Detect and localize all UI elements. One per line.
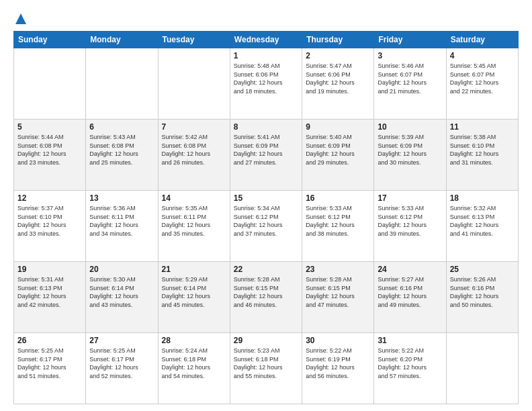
week-row-0: 1Sunrise: 5:48 AMSunset: 6:06 PMDaylight… (14, 48, 519, 120)
day-info: Sunrise: 5:27 AMSunset: 6:16 PMDaylight:… (378, 275, 442, 309)
day-number: 14 (162, 193, 226, 203)
day-cell: 30Sunrise: 5:22 AMSunset: 6:19 PMDayligh… (302, 333, 374, 404)
day-number: 15 (234, 193, 298, 203)
day-number: 21 (162, 265, 226, 274)
day-cell (14, 48, 86, 120)
day-info: Sunrise: 5:48 AMSunset: 6:06 PMDaylight:… (234, 62, 298, 95)
day-info: Sunrise: 5:45 AMSunset: 6:07 PMDaylight:… (450, 62, 515, 95)
day-number: 5 (17, 122, 82, 132)
day-number: 23 (306, 265, 370, 274)
header-saturday: Saturday (446, 32, 518, 48)
day-info: Sunrise: 5:40 AMSunset: 6:09 PMDaylight:… (306, 133, 370, 167)
header-wednesday: Wednesday (230, 32, 302, 48)
day-cell: 19Sunrise: 5:31 AMSunset: 6:13 PMDayligh… (14, 262, 86, 333)
week-row-2: 12Sunrise: 5:37 AMSunset: 6:10 PMDayligh… (14, 191, 519, 262)
day-number: 7 (162, 122, 226, 132)
header-friday: Friday (374, 32, 446, 48)
day-info: Sunrise: 5:42 AMSunset: 6:08 PMDaylight:… (162, 133, 226, 167)
day-cell: 11Sunrise: 5:38 AMSunset: 6:10 PMDayligh… (446, 120, 518, 191)
day-number: 10 (378, 122, 442, 132)
day-number: 31 (378, 336, 442, 345)
day-info: Sunrise: 5:36 AMSunset: 6:11 PMDaylight:… (89, 204, 154, 238)
day-cell: 9Sunrise: 5:40 AMSunset: 6:09 PMDaylight… (302, 120, 374, 191)
day-info: Sunrise: 5:47 AMSunset: 6:06 PMDaylight:… (306, 62, 370, 95)
day-cell: 24Sunrise: 5:27 AMSunset: 6:16 PMDayligh… (374, 262, 446, 333)
day-cell: 26Sunrise: 5:25 AMSunset: 6:17 PMDayligh… (14, 333, 86, 404)
day-info: Sunrise: 5:28 AMSunset: 6:15 PMDaylight:… (306, 275, 370, 309)
header-monday: Monday (86, 32, 158, 48)
day-info: Sunrise: 5:33 AMSunset: 6:12 PMDaylight:… (378, 204, 442, 238)
day-number: 4 (450, 51, 515, 60)
day-cell: 4Sunrise: 5:45 AMSunset: 6:07 PMDaylight… (446, 48, 518, 120)
day-cell: 17Sunrise: 5:33 AMSunset: 6:12 PMDayligh… (374, 191, 446, 262)
day-cell: 1Sunrise: 5:48 AMSunset: 6:06 PMDaylight… (230, 48, 302, 120)
day-cell: 29Sunrise: 5:23 AMSunset: 6:18 PMDayligh… (230, 333, 302, 404)
day-cell: 21Sunrise: 5:29 AMSunset: 6:14 PMDayligh… (158, 262, 230, 333)
day-cell: 12Sunrise: 5:37 AMSunset: 6:10 PMDayligh… (14, 191, 86, 262)
day-info: Sunrise: 5:25 AMSunset: 6:17 PMDaylight:… (89, 347, 154, 380)
calendar-header-row: SundayMondayTuesdayWednesdayThursdayFrid… (14, 32, 519, 48)
day-number: 20 (89, 265, 154, 274)
calendar: SundayMondayTuesdayWednesdayThursdayFrid… (13, 31, 519, 404)
day-number: 13 (89, 193, 154, 203)
day-number: 27 (89, 336, 154, 345)
day-info: Sunrise: 5:32 AMSunset: 6:13 PMDaylight:… (450, 204, 515, 238)
day-number: 26 (17, 336, 82, 345)
day-number: 22 (234, 265, 298, 274)
day-number: 3 (378, 51, 442, 60)
day-cell: 23Sunrise: 5:28 AMSunset: 6:15 PMDayligh… (302, 262, 374, 333)
header-sunday: Sunday (14, 32, 86, 48)
day-info: Sunrise: 5:23 AMSunset: 6:18 PMDaylight:… (234, 347, 298, 380)
day-info: Sunrise: 5:44 AMSunset: 6:08 PMDaylight:… (17, 133, 82, 167)
day-cell: 13Sunrise: 5:36 AMSunset: 6:11 PMDayligh… (86, 191, 158, 262)
day-number: 11 (450, 122, 515, 132)
day-number: 1 (234, 51, 298, 60)
day-info: Sunrise: 5:30 AMSunset: 6:14 PMDaylight:… (89, 275, 154, 309)
day-cell: 27Sunrise: 5:25 AMSunset: 6:17 PMDayligh… (86, 333, 158, 404)
header-tuesday: Tuesday (158, 32, 230, 48)
day-cell: 14Sunrise: 5:35 AMSunset: 6:11 PMDayligh… (158, 191, 230, 262)
day-number: 25 (450, 265, 515, 274)
day-cell: 5Sunrise: 5:44 AMSunset: 6:08 PMDaylight… (14, 120, 86, 191)
week-row-4: 26Sunrise: 5:25 AMSunset: 6:17 PMDayligh… (14, 333, 519, 404)
week-row-3: 19Sunrise: 5:31 AMSunset: 6:13 PMDayligh… (14, 262, 519, 333)
day-info: Sunrise: 5:43 AMSunset: 6:08 PMDaylight:… (89, 133, 154, 167)
day-number: 19 (17, 265, 82, 274)
day-info: Sunrise: 5:39 AMSunset: 6:09 PMDaylight:… (378, 133, 442, 167)
day-number: 28 (162, 336, 226, 345)
day-info: Sunrise: 5:41 AMSunset: 6:09 PMDaylight:… (234, 133, 298, 167)
day-info: Sunrise: 5:29 AMSunset: 6:14 PMDaylight:… (162, 275, 226, 309)
day-info: Sunrise: 5:22 AMSunset: 6:20 PMDaylight:… (378, 347, 442, 380)
day-cell: 20Sunrise: 5:30 AMSunset: 6:14 PMDayligh… (86, 262, 158, 333)
header (13, 12, 519, 26)
day-cell: 3Sunrise: 5:46 AMSunset: 6:07 PMDaylight… (374, 48, 446, 120)
day-cell: 7Sunrise: 5:42 AMSunset: 6:08 PMDaylight… (158, 120, 230, 191)
day-info: Sunrise: 5:31 AMSunset: 6:13 PMDaylight:… (17, 275, 82, 309)
day-number: 16 (306, 193, 370, 203)
day-cell (158, 48, 230, 120)
day-number: 18 (450, 193, 515, 203)
day-number: 24 (378, 265, 442, 274)
day-number: 8 (234, 122, 298, 132)
week-row-1: 5Sunrise: 5:44 AMSunset: 6:08 PMDaylight… (14, 120, 519, 191)
logo-icon (14, 12, 28, 26)
header-thursday: Thursday (302, 32, 374, 48)
day-cell (446, 333, 518, 404)
day-info: Sunrise: 5:24 AMSunset: 6:18 PMDaylight:… (162, 347, 226, 380)
day-number: 6 (89, 122, 154, 132)
page: SundayMondayTuesdayWednesdayThursdayFrid… (0, 0, 532, 411)
day-number: 12 (17, 193, 82, 203)
day-cell: 25Sunrise: 5:26 AMSunset: 6:16 PMDayligh… (446, 262, 518, 333)
day-number: 17 (378, 193, 442, 203)
day-info: Sunrise: 5:46 AMSunset: 6:07 PMDaylight:… (378, 62, 442, 95)
day-info: Sunrise: 5:22 AMSunset: 6:19 PMDaylight:… (306, 347, 370, 380)
day-info: Sunrise: 5:28 AMSunset: 6:15 PMDaylight:… (234, 275, 298, 309)
day-number: 2 (306, 51, 370, 60)
day-info: Sunrise: 5:37 AMSunset: 6:10 PMDaylight:… (17, 204, 82, 238)
day-info: Sunrise: 5:33 AMSunset: 6:12 PMDaylight:… (306, 204, 370, 238)
day-cell: 6Sunrise: 5:43 AMSunset: 6:08 PMDaylight… (86, 120, 158, 191)
day-cell: 8Sunrise: 5:41 AMSunset: 6:09 PMDaylight… (230, 120, 302, 191)
day-cell: 16Sunrise: 5:33 AMSunset: 6:12 PMDayligh… (302, 191, 374, 262)
day-cell: 10Sunrise: 5:39 AMSunset: 6:09 PMDayligh… (374, 120, 446, 191)
day-number: 30 (306, 336, 370, 345)
